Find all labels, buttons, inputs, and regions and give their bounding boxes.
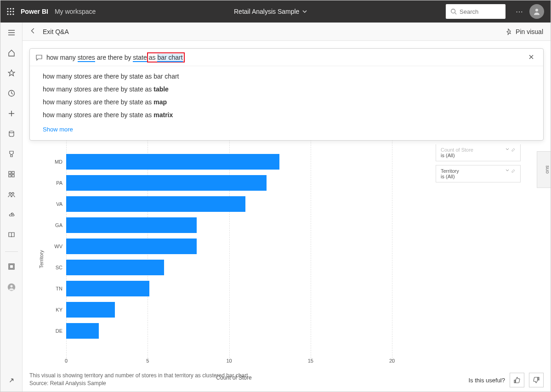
category-label: MD bbox=[49, 159, 62, 165]
x-tick: 5 bbox=[146, 358, 149, 364]
bar-row: PA bbox=[66, 172, 425, 193]
back-button[interactable] bbox=[30, 28, 36, 36]
report-title-dropdown[interactable]: Retail Analysis Sample bbox=[96, 8, 446, 15]
x-tick: 0 bbox=[65, 358, 68, 364]
bar-row: TN bbox=[66, 278, 425, 299]
brand-label: Power BI bbox=[21, 8, 48, 15]
svg-point-13 bbox=[9, 131, 14, 133]
more-options-button[interactable]: ⋯ bbox=[516, 7, 524, 16]
category-label: GA bbox=[49, 222, 62, 228]
nav-learn-icon[interactable] bbox=[8, 231, 15, 240]
app-launcher-icon[interactable] bbox=[7, 8, 14, 15]
search-placeholder: Search bbox=[460, 8, 478, 15]
svg-line-10 bbox=[455, 13, 457, 15]
filter-card[interactable]: Territory is (All) bbox=[436, 165, 521, 182]
category-label: KY bbox=[49, 307, 62, 312]
search-icon bbox=[450, 8, 457, 15]
nav-myworkspace-icon[interactable] bbox=[7, 283, 16, 293]
bar[interactable] bbox=[66, 154, 279, 170]
bar[interactable] bbox=[66, 217, 197, 233]
qna-subheader: Exit Q&A Pin visual bbox=[23, 23, 551, 41]
svg-point-4 bbox=[10, 11, 11, 12]
category-label: TN bbox=[49, 286, 62, 291]
filter-card[interactable]: Count of Store is (All) bbox=[436, 144, 521, 161]
user-avatar[interactable] bbox=[529, 4, 544, 19]
svg-point-9 bbox=[451, 9, 455, 13]
nav-create-icon[interactable] bbox=[8, 110, 15, 119]
bar-row: MD bbox=[66, 151, 425, 172]
svg-point-6 bbox=[7, 13, 8, 15]
x-tick: 15 bbox=[308, 358, 313, 364]
svg-point-18 bbox=[9, 193, 11, 194]
category-label: VA bbox=[49, 201, 62, 207]
visualizations-tab[interactable]: suo bbox=[537, 151, 551, 188]
bar[interactable] bbox=[66, 323, 99, 339]
nav-home-icon[interactable] bbox=[8, 49, 15, 58]
chevron-down-icon bbox=[505, 168, 510, 173]
nav-deploy-icon[interactable] bbox=[8, 211, 15, 220]
bar[interactable] bbox=[66, 302, 115, 318]
bar[interactable] bbox=[66, 281, 149, 296]
category-label: SC bbox=[49, 265, 62, 270]
bar-chart: Territory MDPAVAGAWVSCTNKYDE 05101520 Co… bbox=[43, 151, 425, 367]
svg-point-0 bbox=[7, 8, 8, 9]
chat-icon bbox=[35, 54, 43, 61]
nav-shared-icon[interactable] bbox=[8, 191, 15, 200]
result-description: This visual is showing territory and num… bbox=[29, 372, 248, 387]
bar[interactable] bbox=[66, 196, 245, 212]
global-header: Power BI My workspace Retail Analysis Sa… bbox=[0, 0, 551, 23]
svg-rect-16 bbox=[9, 175, 11, 177]
category-label: DE bbox=[49, 328, 62, 334]
bar[interactable] bbox=[66, 175, 267, 191]
chevron-down-icon bbox=[505, 147, 510, 152]
qna-suggestion[interactable]: how many stores are there by state as ta… bbox=[30, 83, 543, 96]
nav-recent-icon[interactable] bbox=[8, 90, 15, 99]
pin-icon bbox=[506, 28, 513, 35]
bar-row: GA bbox=[66, 215, 425, 236]
svg-point-7 bbox=[10, 13, 11, 15]
clear-query-button[interactable] bbox=[528, 53, 538, 62]
x-tick: 20 bbox=[389, 358, 395, 364]
qna-query-text: how many stores are there by state as ba… bbox=[46, 52, 528, 62]
feedback-bar: Is this useful? bbox=[469, 373, 544, 387]
qna-suggestion[interactable]: how many stores are there by state as ba… bbox=[30, 70, 543, 83]
svg-point-5 bbox=[12, 11, 14, 12]
qna-suggestion[interactable]: how many stores are there by state as ma… bbox=[30, 96, 543, 108]
pin-visual-label: Pin visual bbox=[516, 28, 543, 35]
global-search[interactable]: Search bbox=[446, 4, 506, 19]
chevron-down-icon bbox=[302, 9, 307, 14]
bar-row: KY bbox=[66, 299, 425, 320]
workspace-label[interactable]: My workspace bbox=[55, 8, 96, 15]
nav-apps-icon[interactable] bbox=[8, 170, 15, 180]
svg-point-19 bbox=[11, 193, 13, 194]
category-label: PA bbox=[49, 180, 62, 186]
nav-hamburger-icon[interactable] bbox=[8, 29, 15, 38]
qna-suggestion[interactable]: how many stores are there by state as ma… bbox=[30, 108, 543, 121]
person-icon bbox=[533, 7, 541, 16]
nav-workspaces-icon[interactable] bbox=[8, 263, 15, 272]
bar[interactable] bbox=[66, 239, 197, 254]
nav-goals-icon[interactable] bbox=[8, 150, 15, 159]
svg-point-8 bbox=[12, 13, 14, 15]
svg-rect-17 bbox=[12, 175, 14, 177]
svg-point-2 bbox=[12, 8, 14, 9]
visualizations-tab-label: suo bbox=[545, 165, 551, 174]
qna-suggestions: how many stores are there by state as ba… bbox=[30, 66, 543, 140]
thumbs-down-button[interactable] bbox=[529, 373, 544, 387]
pin-visual-button[interactable]: Pin visual bbox=[506, 28, 543, 35]
exit-qna-button[interactable]: Exit Q&A bbox=[43, 28, 69, 35]
qna-input[interactable]: how many stores are there by state as ba… bbox=[30, 49, 543, 66]
thumbs-up-button[interactable] bbox=[510, 373, 524, 387]
bar[interactable] bbox=[66, 260, 164, 275]
main-content: Exit Q&A Pin visual how many stores are … bbox=[23, 23, 551, 392]
svg-rect-14 bbox=[9, 171, 11, 174]
nav-expand-icon[interactable] bbox=[8, 377, 15, 386]
eraser-icon bbox=[511, 147, 516, 152]
qna-box: how many stores are there by state as ba… bbox=[29, 48, 544, 141]
svg-point-3 bbox=[7, 11, 8, 12]
feedback-prompt: Is this useful? bbox=[469, 377, 506, 384]
x-tick: 10 bbox=[226, 358, 232, 364]
nav-favorite-icon[interactable] bbox=[8, 69, 15, 79]
show-more-suggestions[interactable]: Show more bbox=[30, 121, 543, 135]
nav-datasets-icon[interactable] bbox=[8, 130, 15, 139]
